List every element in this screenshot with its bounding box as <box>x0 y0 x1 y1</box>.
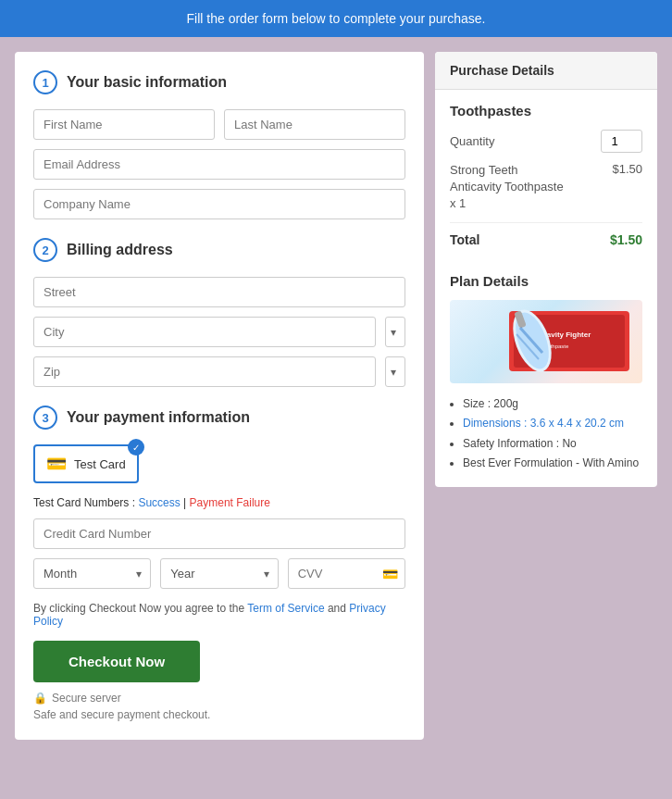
sidebar: Purchase Details Toothpastes Quantity St… <box>435 52 657 487</box>
step1-header: 1 Your basic information <box>33 70 405 94</box>
name-row <box>33 109 405 140</box>
total-price: $1.50 <box>610 232 642 247</box>
billing-section: 2 Billing address Country <box>33 238 405 387</box>
test-card-option[interactable]: 💳 Test Card ✓ <box>33 444 139 483</box>
total-label: Total <box>450 232 479 247</box>
product-specs-list: Size : 200g Dimensions : 3.6 x 4.4 x 20.… <box>450 394 642 474</box>
spec-size: Size : 200g <box>463 394 642 415</box>
email-input[interactable] <box>33 149 405 180</box>
total-row: Total $1.50 <box>450 232 642 247</box>
success-link[interactable]: Success <box>138 496 180 509</box>
city-input[interactable] <box>33 317 376 347</box>
city-country-row: Country <box>33 317 405 347</box>
lock-icon: 🔒 <box>33 692 47 705</box>
cvv-row: Month 010203 040506 070809 101112 Year 2… <box>33 558 405 589</box>
step2-header: 2 Billing address <box>33 238 405 262</box>
product-title: Toothpastes <box>450 103 642 119</box>
product-image: Cavity Fighter Toothpaste <box>450 300 642 383</box>
cvv-group: 💳 <box>288 558 405 589</box>
state-select-wrapper: - <box>385 356 405 387</box>
agree-text: By clicking Checkout Now you agree to th… <box>33 602 405 628</box>
step3-circle: 3 <box>33 406 57 430</box>
step2-circle: 2 <box>33 238 57 262</box>
purchase-details-body: Toothpastes Quantity Strong Teeth Antica… <box>435 90 657 260</box>
failure-link[interactable]: Payment Failure <box>190 496 270 509</box>
plan-title: Plan Details <box>450 273 642 289</box>
spec-formulation: Best Ever Formulation - With Amino <box>463 454 642 474</box>
banner-text: Fill the order form below to complete yo… <box>187 11 486 26</box>
item-label: Strong Teeth Anticavity Toothpaste x 1 <box>450 162 570 213</box>
country-select-wrapper: Country <box>385 317 405 347</box>
year-select[interactable]: Year 202420252026 202720282029 <box>160 558 278 589</box>
check-badge: ✓ <box>128 439 144 456</box>
quantity-row: Quantity <box>450 130 642 153</box>
quantity-input[interactable] <box>601 130 642 153</box>
step3-title: Your payment information <box>67 409 250 426</box>
plan-details-section: Plan Details Cavity Fighter Toothpaste <box>435 260 657 487</box>
payment-section: 3 Your payment information 💳 Test Card ✓… <box>33 406 405 721</box>
state-select[interactable]: - <box>385 356 405 387</box>
svg-text:Cavity Fighter: Cavity Fighter <box>541 331 591 339</box>
checkout-button[interactable]: Checkout Now <box>33 641 200 682</box>
toothpaste-svg: Cavity Fighter Toothpaste <box>454 302 639 381</box>
item-row: Strong Teeth Anticavity Toothpaste x 1 $… <box>450 162 642 223</box>
last-name-input[interactable] <box>224 109 405 140</box>
safe-text: Safe and secure payment checkout. <box>33 708 405 721</box>
street-group <box>33 277 405 307</box>
card-option-label: Test Card <box>74 457 126 471</box>
step2-title: Billing address <box>67 242 173 258</box>
secure-server-info: 🔒 Secure server <box>33 692 405 705</box>
test-card-label: Test Card Numbers : <box>33 496 135 509</box>
first-name-input[interactable] <box>33 109 215 140</box>
top-banner: Fill the order form below to complete yo… <box>0 0 672 37</box>
purchase-details-header: Purchase Details <box>435 52 657 90</box>
tos-link[interactable]: Term of Service <box>247 602 324 615</box>
credit-card-input[interactable] <box>33 518 405 549</box>
credit-card-group <box>33 518 405 549</box>
street-input[interactable] <box>33 277 405 307</box>
secure-server-text: Secure server <box>52 692 121 705</box>
month-select-wrapper: Month 010203 040506 070809 101112 <box>33 558 151 589</box>
company-group <box>33 189 405 219</box>
step3-header: 3 Your payment information <box>33 406 405 430</box>
company-input[interactable] <box>33 189 405 219</box>
spec-safety: Safety Information : No <box>463 434 642 455</box>
cvv-card-icon: 💳 <box>382 567 398 581</box>
country-select[interactable]: Country <box>385 317 405 347</box>
test-card-info: Test Card Numbers : Success | Payment Fa… <box>33 496 405 509</box>
email-group <box>33 149 405 180</box>
credit-card-icon: 💳 <box>46 454 67 474</box>
item-price: $1.50 <box>612 162 642 213</box>
zip-state-row: - <box>33 356 405 387</box>
order-form: 1 Your basic information 2 <box>15 52 424 740</box>
step1-title: Your basic information <box>67 74 227 91</box>
month-select[interactable]: Month 010203 040506 070809 101112 <box>33 558 151 589</box>
quantity-label: Quantity <box>450 134 494 148</box>
zip-input[interactable] <box>33 356 376 387</box>
year-select-wrapper: Year 202420252026 202720282029 <box>160 558 278 589</box>
spec-dimensions: Dimensions : 3.6 x 4.4 x 20.2 cm <box>463 414 642 434</box>
step1-circle: 1 <box>33 70 57 94</box>
